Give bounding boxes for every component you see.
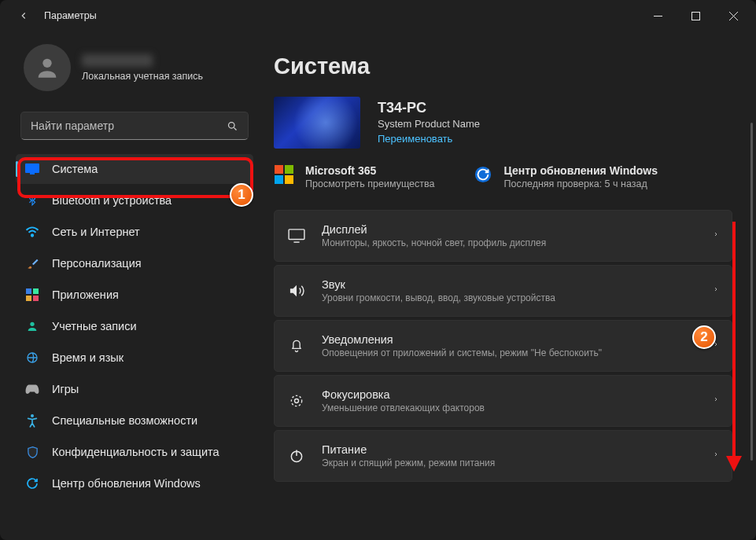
sidebar-item-label: Bluetooth и устройства [52,194,171,207]
windows-update-icon [25,476,39,490]
promo-windows-update[interactable]: Центр обновления Windows Последняя прове… [473,164,658,189]
sidebar-item-label: Приложения [52,288,119,301]
sidebar-item-windows-update[interactable]: Центр обновления Windows [16,468,253,498]
profile-account-type: Локальная учетная запись [82,71,203,82]
card-display[interactable]: Дисплей Мониторы, яркость, ночной свет, … [274,210,732,262]
sidebar-item-accounts[interactable]: Учетные записи [16,311,253,341]
sidebar-item-bluetooth[interactable]: Bluetooth и устройства [16,186,253,215]
svg-point-9 [31,234,33,236]
sound-card-icon [287,284,306,298]
search-input[interactable]: Найти параметр [20,112,249,140]
sidebar-item-accessibility[interactable]: Специальные возможности [16,406,253,435]
sidebar-item-apps[interactable]: Приложения [16,280,253,310]
settings-window: Параметры Локальная учетная запись Найти… [0,0,756,540]
card-power[interactable]: Питание Экран и спящий режим, режим пита… [274,430,732,482]
svg-point-25 [295,399,299,403]
display-card-icon [287,229,306,243]
close-button[interactable] [715,3,751,28]
promo-ms365-sub: Просмотреть преимущества [305,178,435,189]
device-product: System Product Name [378,118,480,130]
promo-microsoft-365[interactable]: Microsoft 365 Просмотреть преимущества [274,164,435,189]
svg-rect-1 [691,12,699,20]
bell-card-icon [287,338,306,354]
chevron-right-icon [713,339,719,353]
svg-point-24 [291,395,301,406]
search-icon [227,120,238,132]
avatar [24,44,71,91]
profile-block[interactable]: Локальная учетная запись [16,39,253,105]
titlebar: Параметры [0,0,756,31]
profile-name [82,54,153,67]
svg-rect-18 [285,165,293,174]
device-name: T34-PC [378,100,480,116]
time-language-icon [25,351,39,365]
wifi-icon [25,225,39,239]
svg-rect-22 [289,230,304,240]
card-title: Фокусировка [322,388,697,401]
device-thumbnail [274,97,360,149]
brush-icon [25,256,39,270]
svg-point-16 [31,414,34,417]
card-notifications[interactable]: Уведомления Оповещения от приложений и с… [274,320,732,372]
page-title: Система [274,53,732,79]
sidebar-item-label: Специальные возможности [52,414,197,427]
promo-update-sub: Последняя проверка: 5 ч назад [504,178,658,189]
svg-rect-11 [33,288,39,294]
rename-link[interactable]: Переименовать [378,133,452,145]
search-placeholder: Найти параметр [31,119,227,132]
card-sound[interactable]: Звук Уровни громкости, вывод, ввод, звук… [274,265,732,317]
svg-rect-20 [285,175,293,184]
gaming-icon [25,382,39,396]
privacy-icon [25,445,39,459]
card-sub: Уменьшение отвлекающих факторов [322,402,697,413]
promo-ms365-title: Microsoft 365 [305,164,435,177]
power-card-icon [287,448,306,464]
chevron-right-icon [713,449,719,463]
main-panel: Система T34-PC System Product Name Переи… [260,31,756,540]
sidebar-item-gaming[interactable]: Игры [16,374,253,404]
svg-rect-13 [33,296,39,301]
sidebar-item-network[interactable]: Сеть и Интернет [16,217,253,247]
card-sub: Экран и спящий режим, режим питания [322,457,697,468]
card-sub: Уровни громкости, вывод, ввод, звуковые … [322,292,697,303]
window-scrollbar[interactable] [750,123,753,461]
sidebar-item-label: Конфиденциальность и защита [52,446,219,458]
svg-point-4 [42,59,51,68]
window-title: Параметры [44,10,97,21]
sidebar-item-system[interactable]: Система [16,154,253,184]
maximize-button[interactable] [677,3,714,28]
card-title: Дисплей [322,223,697,236]
svg-line-6 [234,127,236,130]
chevron-right-icon [713,394,719,408]
sidebar-item-privacy[interactable]: Конфиденциальность и защита [16,437,253,467]
focus-card-icon [287,393,306,409]
card-focus[interactable]: Фокусировка Уменьшение отвлекающих факто… [274,375,732,427]
sidebar-item-personalization[interactable]: Персонализация [16,248,253,278]
sidebar-nav: Система Bluetooth и устройства Сеть и Ин… [16,154,253,498]
sidebar-item-label: Учетные записи [52,320,137,332]
svg-rect-10 [26,288,31,294]
card-title: Звук [322,278,697,291]
svg-rect-12 [26,296,31,301]
accessibility-icon [25,413,39,428]
sidebar-item-label: Центр обновления Windows [52,477,201,490]
svg-rect-8 [30,173,35,174]
card-title: Питание [322,443,697,456]
sidebar: Локальная учетная запись Найти параметр … [0,31,260,540]
svg-rect-19 [275,175,283,184]
sidebar-item-label: Система [52,163,98,175]
back-button[interactable] [13,5,35,27]
chevron-right-icon [713,284,719,298]
bluetooth-icon [25,193,39,208]
display-icon [25,162,39,176]
svg-point-5 [229,122,235,128]
svg-point-14 [30,322,34,326]
promo-update-title: Центр обновления Windows [504,164,658,177]
card-sub: Оповещения от приложений и системы, режи… [322,347,697,358]
device-hero: T34-PC System Product Name Переименовать [274,97,732,149]
sidebar-item-label: Игры [52,383,79,395]
sidebar-item-label: Персонализация [52,257,142,270]
sidebar-item-time-language[interactable]: Время и язык [16,343,253,373]
settings-cards: Дисплей Мониторы, яркость, ночной свет, … [274,210,732,482]
minimize-button[interactable] [640,3,676,28]
